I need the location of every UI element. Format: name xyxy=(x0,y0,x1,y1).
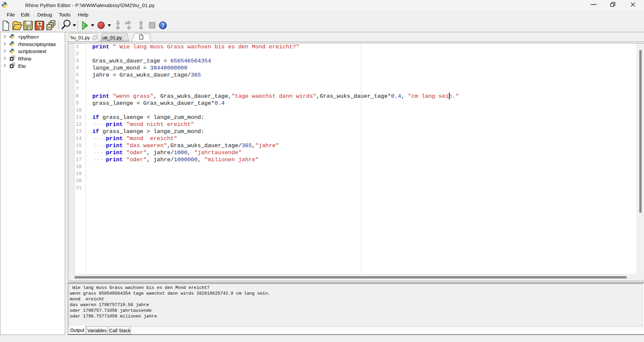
svg-text:?: ? xyxy=(162,22,165,29)
